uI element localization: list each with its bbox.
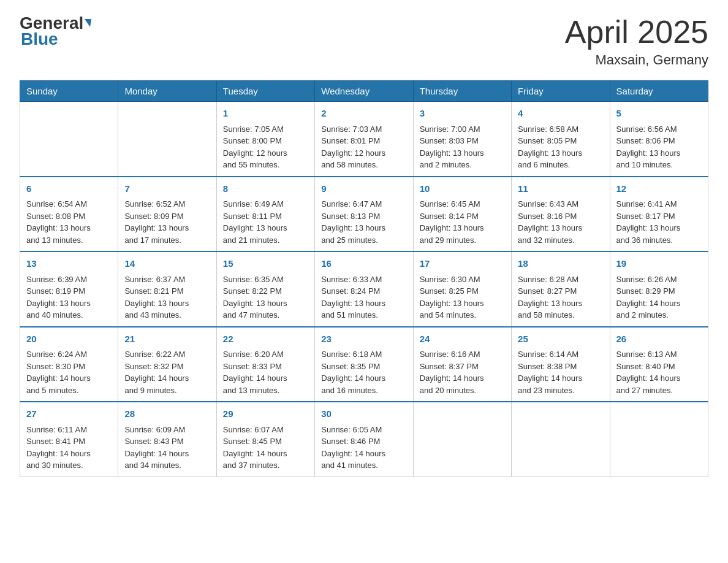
day-info: Sunrise: 7:00 AMSunset: 8:03 PMDaylight:… (420, 123, 505, 171)
day-number: 21 (124, 332, 210, 347)
day-info: Sunrise: 6:45 AMSunset: 8:14 PMDaylight:… (420, 198, 505, 246)
week-row-1: 1Sunrise: 7:05 AMSunset: 8:00 PMDaylight… (20, 102, 708, 177)
calendar-cell: 17Sunrise: 6:30 AMSunset: 8:25 PMDayligh… (413, 251, 511, 327)
week-row-2: 6Sunrise: 6:54 AMSunset: 8:08 PMDaylight… (20, 177, 708, 252)
day-number: 29 (223, 407, 308, 421)
day-number: 11 (518, 182, 603, 196)
day-number: 9 (321, 182, 406, 196)
day-info: Sunrise: 6:14 AMSunset: 8:38 PMDaylight:… (518, 348, 603, 396)
day-number: 1 (223, 107, 308, 121)
weekday-header-row: SundayMondayTuesdayWednesdayThursdayFrid… (20, 81, 708, 102)
weekday-header-sunday: Sunday (20, 81, 118, 102)
day-info: Sunrise: 6:41 AMSunset: 8:17 PMDaylight:… (616, 198, 702, 246)
day-number: 15 (223, 257, 308, 271)
calendar-cell: 19Sunrise: 6:26 AMSunset: 8:29 PMDayligh… (610, 251, 708, 327)
day-info: Sunrise: 6:56 AMSunset: 8:06 PMDaylight:… (616, 123, 702, 171)
week-row-5: 27Sunrise: 6:11 AMSunset: 8:41 PMDayligh… (20, 402, 708, 477)
calendar-cell (20, 102, 118, 177)
day-number: 6 (26, 182, 112, 196)
day-info: Sunrise: 6:22 AMSunset: 8:32 PMDaylight:… (124, 348, 210, 396)
day-number: 2 (321, 107, 406, 121)
day-info: Sunrise: 6:18 AMSunset: 8:35 PMDaylight:… (321, 348, 406, 396)
calendar-cell: 1Sunrise: 7:05 AMSunset: 8:00 PMDaylight… (216, 102, 314, 177)
weekday-header-tuesday: Tuesday (216, 81, 314, 102)
day-number: 22 (223, 332, 308, 347)
day-number: 17 (420, 257, 505, 271)
calendar-cell (610, 402, 708, 477)
calendar-cell: 18Sunrise: 6:28 AMSunset: 8:27 PMDayligh… (512, 251, 610, 327)
day-number: 13 (26, 257, 112, 271)
day-number: 19 (616, 257, 702, 271)
day-info: Sunrise: 6:39 AMSunset: 8:19 PMDaylight:… (26, 274, 112, 321)
calendar-cell: 10Sunrise: 6:45 AMSunset: 8:14 PMDayligh… (413, 177, 511, 252)
day-info: Sunrise: 6:30 AMSunset: 8:25 PMDaylight:… (420, 274, 505, 321)
day-info: Sunrise: 6:05 AMSunset: 8:46 PMDaylight:… (321, 424, 406, 472)
calendar-cell: 21Sunrise: 6:22 AMSunset: 8:32 PMDayligh… (118, 327, 216, 402)
day-number: 30 (321, 407, 406, 421)
day-number: 16 (321, 257, 406, 271)
weekday-header-saturday: Saturday (610, 81, 708, 102)
day-info: Sunrise: 6:07 AMSunset: 8:45 PMDaylight:… (223, 424, 308, 472)
day-info: Sunrise: 7:03 AMSunset: 8:01 PMDaylight:… (321, 123, 406, 171)
calendar-cell: 7Sunrise: 6:52 AMSunset: 8:09 PMDaylight… (118, 177, 216, 252)
calendar-cell (512, 402, 610, 477)
day-number: 18 (518, 257, 603, 271)
calendar-cell: 5Sunrise: 6:56 AMSunset: 8:06 PMDaylight… (610, 102, 708, 177)
day-info: Sunrise: 6:24 AMSunset: 8:30 PMDaylight:… (26, 348, 112, 396)
day-info: Sunrise: 6:16 AMSunset: 8:37 PMDaylight:… (420, 348, 505, 396)
day-info: Sunrise: 6:37 AMSunset: 8:21 PMDaylight:… (124, 274, 210, 321)
day-info: Sunrise: 6:47 AMSunset: 8:13 PMDaylight:… (321, 198, 406, 246)
day-number: 23 (321, 332, 406, 347)
week-row-4: 20Sunrise: 6:24 AMSunset: 8:30 PMDayligh… (20, 327, 708, 402)
calendar-cell: 26Sunrise: 6:13 AMSunset: 8:40 PMDayligh… (610, 327, 708, 402)
weekday-header-friday: Friday (512, 81, 610, 102)
day-info: Sunrise: 6:26 AMSunset: 8:29 PMDaylight:… (616, 274, 702, 321)
day-number: 28 (124, 407, 210, 421)
calendar-cell (118, 102, 216, 177)
weekday-header-wednesday: Wednesday (315, 81, 413, 102)
day-number: 27 (26, 407, 112, 421)
day-info: Sunrise: 6:35 AMSunset: 8:22 PMDaylight:… (223, 274, 308, 321)
week-row-3: 13Sunrise: 6:39 AMSunset: 8:19 PMDayligh… (20, 251, 708, 327)
day-info: Sunrise: 7:05 AMSunset: 8:00 PMDaylight:… (223, 123, 308, 171)
day-info: Sunrise: 6:11 AMSunset: 8:41 PMDaylight:… (26, 424, 112, 472)
calendar-subtitle: Maxsain, Germany (565, 52, 708, 68)
day-info: Sunrise: 6:43 AMSunset: 8:16 PMDaylight:… (518, 198, 603, 246)
day-number: 12 (616, 182, 702, 196)
calendar-cell: 25Sunrise: 6:14 AMSunset: 8:38 PMDayligh… (512, 327, 610, 402)
day-info: Sunrise: 6:58 AMSunset: 8:05 PMDaylight:… (518, 123, 603, 171)
logo: General Blue (20, 15, 91, 48)
weekday-header-thursday: Thursday (413, 81, 511, 102)
day-number: 14 (124, 257, 210, 271)
calendar-table: SundayMondayTuesdayWednesdayThursdayFrid… (20, 80, 708, 477)
day-info: Sunrise: 6:09 AMSunset: 8:43 PMDaylight:… (124, 424, 210, 472)
calendar-cell: 13Sunrise: 6:39 AMSunset: 8:19 PMDayligh… (20, 251, 118, 327)
weekday-header-monday: Monday (118, 81, 216, 102)
day-number: 5 (616, 107, 702, 121)
calendar-cell: 8Sunrise: 6:49 AMSunset: 8:11 PMDaylight… (216, 177, 314, 252)
calendar-cell: 6Sunrise: 6:54 AMSunset: 8:08 PMDaylight… (20, 177, 118, 252)
calendar-cell: 29Sunrise: 6:07 AMSunset: 8:45 PMDayligh… (216, 402, 314, 477)
calendar-cell: 9Sunrise: 6:47 AMSunset: 8:13 PMDaylight… (315, 177, 413, 252)
calendar-cell: 11Sunrise: 6:43 AMSunset: 8:16 PMDayligh… (512, 177, 610, 252)
calendar-cell: 14Sunrise: 6:37 AMSunset: 8:21 PMDayligh… (118, 251, 216, 327)
calendar-cell: 4Sunrise: 6:58 AMSunset: 8:05 PMDaylight… (512, 102, 610, 177)
calendar-cell: 12Sunrise: 6:41 AMSunset: 8:17 PMDayligh… (610, 177, 708, 252)
day-number: 8 (223, 182, 308, 196)
calendar-cell: 22Sunrise: 6:20 AMSunset: 8:33 PMDayligh… (216, 327, 314, 402)
calendar-cell: 16Sunrise: 6:33 AMSunset: 8:24 PMDayligh… (315, 251, 413, 327)
logo-blue-text: Blue (21, 31, 58, 48)
calendar-cell: 24Sunrise: 6:16 AMSunset: 8:37 PMDayligh… (413, 327, 511, 402)
day-info: Sunrise: 6:20 AMSunset: 8:33 PMDaylight:… (223, 348, 308, 396)
day-info: Sunrise: 6:52 AMSunset: 8:09 PMDaylight:… (124, 198, 210, 246)
day-info: Sunrise: 6:54 AMSunset: 8:08 PMDaylight:… (26, 198, 112, 246)
calendar-title: April 2025 (565, 15, 708, 50)
calendar-cell: 20Sunrise: 6:24 AMSunset: 8:30 PMDayligh… (20, 327, 118, 402)
day-info: Sunrise: 6:28 AMSunset: 8:27 PMDaylight:… (518, 274, 603, 321)
calendar-cell: 2Sunrise: 7:03 AMSunset: 8:01 PMDaylight… (315, 102, 413, 177)
calendar-cell: 23Sunrise: 6:18 AMSunset: 8:35 PMDayligh… (315, 327, 413, 402)
calendar-cell: 15Sunrise: 6:35 AMSunset: 8:22 PMDayligh… (216, 251, 314, 327)
day-info: Sunrise: 6:13 AMSunset: 8:40 PMDaylight:… (616, 348, 702, 396)
calendar-cell: 30Sunrise: 6:05 AMSunset: 8:46 PMDayligh… (315, 402, 413, 477)
day-number: 20 (26, 332, 112, 347)
